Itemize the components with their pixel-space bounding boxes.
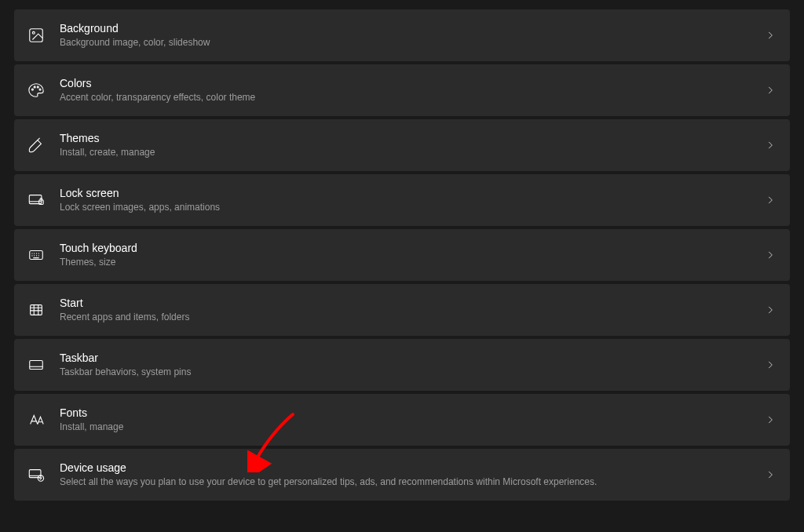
row-title: Device usage: [60, 461, 765, 476]
settings-row-themes[interactable]: Themes Install, create, manage: [14, 119, 790, 171]
row-text: Taskbar Taskbar behaviors, system pins: [60, 352, 765, 378]
row-text: Lock screen Lock screen images, apps, an…: [60, 187, 765, 213]
row-description: Themes, size: [60, 257, 765, 268]
settings-row-touch-keyboard[interactable]: Touch keyboard Themes, size: [14, 229, 790, 281]
settings-row-device-usage[interactable]: Device usage Select all the ways you pla…: [14, 449, 790, 501]
settings-row-fonts[interactable]: Fonts Install, manage: [14, 394, 790, 446]
row-description: Background image, color, slideshow: [60, 37, 765, 49]
chevron-right-icon: [765, 30, 776, 41]
chevron-right-icon: [765, 414, 776, 425]
svg-rect-10: [30, 361, 43, 370]
chevron-right-icon: [765, 140, 776, 151]
settings-row-lock-screen[interactable]: Lock screen Lock screen images, apps, an…: [14, 174, 790, 226]
start-grid-icon: [27, 301, 46, 319]
fonts-icon: [27, 410, 46, 429]
svg-point-2: [31, 89, 33, 90]
chevron-right-icon: [765, 85, 776, 96]
row-description: Lock screen images, apps, animations: [60, 202, 765, 213]
device-usage-icon: [27, 465, 46, 484]
row-description: Accent color, transparency effects, colo…: [60, 92, 765, 104]
row-title: Lock screen: [60, 187, 765, 201]
row-description: Select all the ways you plan to use your…: [60, 476, 765, 488]
paintbrush-icon: [27, 136, 46, 155]
picture-icon: [27, 26, 46, 45]
row-text: Fonts Install, manage: [60, 406, 765, 433]
row-title: Touch keyboard: [60, 242, 765, 256]
taskbar-icon: [27, 355, 46, 374]
row-title: Background: [60, 22, 765, 36]
row-description: Install, create, manage: [60, 147, 765, 159]
row-text: Device usage Select all the ways you pla…: [60, 461, 765, 488]
row-text: Start Recent apps and items, folders: [60, 297, 765, 323]
row-description: Recent apps and items, folders: [60, 312, 765, 323]
personalization-settings-list: Background Background image, color, slid…: [0, 0, 804, 510]
svg-point-4: [37, 86, 38, 88]
chevron-right-icon: [765, 304, 776, 315]
svg-point-5: [39, 89, 41, 90]
row-title: Themes: [60, 132, 765, 146]
row-text: Colors Accent color, transparency effect…: [60, 77, 765, 104]
svg-rect-0: [30, 29, 43, 42]
row-title: Taskbar: [60, 352, 765, 366]
svg-point-3: [34, 86, 35, 88]
keyboard-icon: [27, 246, 46, 264]
row-text: Themes Install, create, manage: [60, 132, 765, 159]
settings-row-colors[interactable]: Colors Accent color, transparency effect…: [14, 64, 790, 116]
svg-rect-9: [31, 305, 42, 315]
settings-row-taskbar[interactable]: Taskbar Taskbar behaviors, system pins: [14, 339, 790, 391]
chevron-right-icon: [765, 250, 776, 261]
row-title: Fonts: [60, 406, 765, 421]
chevron-right-icon: [765, 469, 776, 480]
chevron-right-icon: [765, 359, 776, 370]
chevron-right-icon: [765, 195, 776, 206]
lock-screen-icon: [27, 191, 46, 210]
row-description: Taskbar behaviors, system pins: [60, 366, 765, 378]
row-title: Colors: [60, 77, 765, 91]
row-title: Start: [60, 297, 765, 311]
settings-row-start[interactable]: Start Recent apps and items, folders: [14, 284, 790, 336]
svg-point-1: [32, 31, 35, 34]
row-description: Install, manage: [60, 421, 765, 433]
row-text: Background Background image, color, slid…: [60, 22, 765, 49]
settings-row-background[interactable]: Background Background image, color, slid…: [14, 9, 790, 61]
palette-icon: [27, 81, 46, 100]
row-text: Touch keyboard Themes, size: [60, 242, 765, 268]
